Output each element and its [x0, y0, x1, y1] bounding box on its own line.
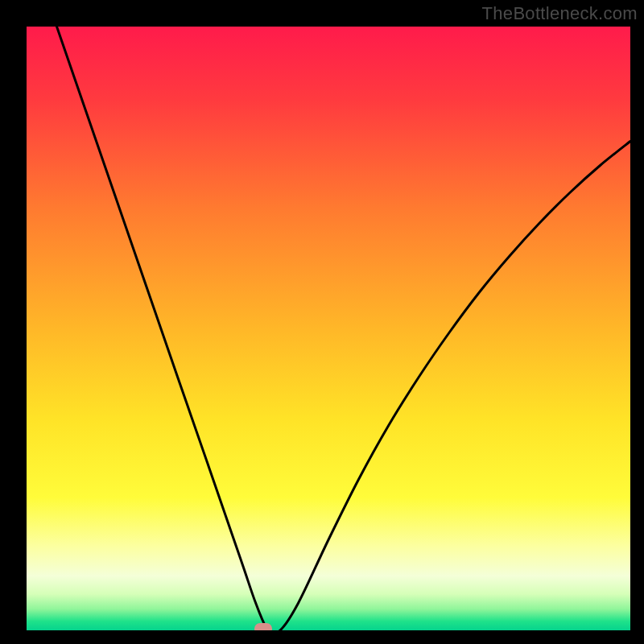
- chart-svg: [27, 27, 630, 630]
- watermark-text: TheBottleneck.com: [482, 3, 638, 24]
- plot-area: [27, 27, 630, 630]
- optimum-marker: [254, 623, 272, 630]
